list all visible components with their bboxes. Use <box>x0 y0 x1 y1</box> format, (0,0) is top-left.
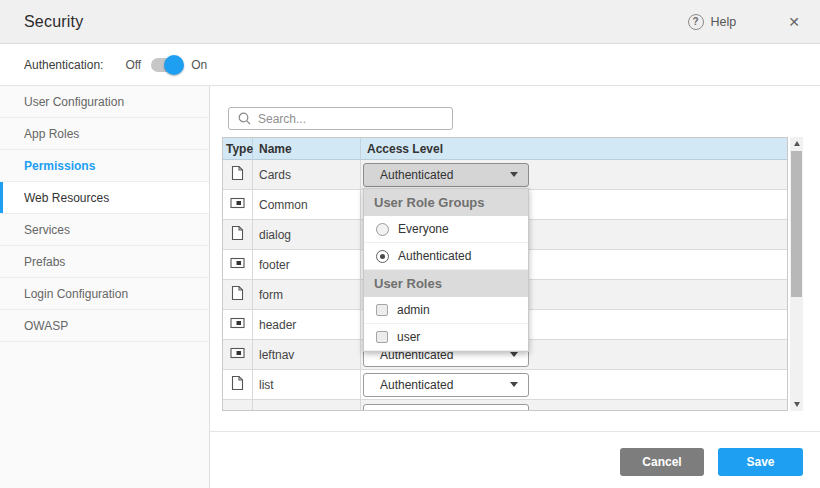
page-icon <box>231 375 244 394</box>
partial-icon <box>230 257 245 272</box>
dropdown-section-user-role-groups: User Role Groups <box>364 189 528 216</box>
search-input[interactable] <box>258 108 452 129</box>
sidebar-item-login-configuration[interactable]: Login Configuration <box>0 278 209 310</box>
scroll-down-icon[interactable] <box>790 398 803 411</box>
close-icon[interactable]: ✕ <box>788 14 800 30</box>
table-row-list: listAuthenticated <box>223 370 787 400</box>
radio-selected-icon[interactable] <box>376 250 389 263</box>
radio-icon[interactable] <box>376 223 389 236</box>
search-box <box>228 107 453 130</box>
authentication-label: Authentication: <box>24 58 103 72</box>
table-header: Type Name Access Level <box>223 138 787 160</box>
chevron-down-icon <box>510 352 518 357</box>
scrollbar-thumb[interactable] <box>791 151 802 297</box>
main-panel: Type Name Access Level CardsAuthenticate… <box>210 86 820 488</box>
option-label: Everyone <box>398 222 449 236</box>
resource-name: leftnav <box>253 340 361 369</box>
access-level-dropdown-panel: User Role Groups EveryoneAuthenticated U… <box>363 188 529 352</box>
toggle-on-label: On <box>191 58 207 72</box>
sidebar-item-permissions[interactable]: Permissions <box>0 150 209 182</box>
option-label: admin <box>397 303 430 317</box>
checkbox-icon[interactable] <box>376 304 388 316</box>
page-icon <box>231 165 244 184</box>
partial-icon <box>230 347 245 362</box>
resource-name: Cards <box>253 160 361 189</box>
authentication-toggle[interactable] <box>151 58 181 72</box>
resource-name: form <box>253 280 361 309</box>
help-label: Help <box>711 15 737 29</box>
page-title: Security <box>24 13 83 31</box>
dropdown-section-user-roles: User Roles <box>364 270 528 297</box>
help-button[interactable]: ? Help <box>688 14 765 30</box>
chevron-down-icon <box>510 172 518 177</box>
access-level-select[interactable]: Authenticated <box>363 373 529 397</box>
option-label: Authenticated <box>398 249 471 263</box>
sidebar-item-services[interactable]: Services <box>0 214 209 246</box>
table-row-cards: CardsAuthenticated <box>223 160 787 190</box>
authentication-row: Authentication: Off On <box>0 44 820 86</box>
access-level-value: Authenticated <box>380 168 510 182</box>
footer: Cancel Save <box>210 448 820 476</box>
dropdown-option-everyone[interactable]: Everyone <box>364 216 528 243</box>
security-dialog: Security ? Help ✕ Authentication: Off On… <box>0 0 820 488</box>
resource-name: footer <box>253 250 361 279</box>
resource-name: list <box>253 370 361 399</box>
col-header-name: Name <box>253 138 361 159</box>
partial-icon <box>230 197 245 212</box>
cancel-button[interactable]: Cancel <box>620 448 704 476</box>
save-button[interactable]: Save <box>718 448 803 476</box>
sidebar-item-prefabs[interactable]: Prefabs <box>0 246 209 278</box>
table-scrollbar[interactable] <box>790 137 803 411</box>
option-label: user <box>397 330 420 344</box>
sidebar-item-app-roles[interactable]: App Roles <box>0 118 209 150</box>
resource-name: header <box>253 310 361 339</box>
resources-table: Type Name Access Level CardsAuthenticate… <box>222 137 788 411</box>
access-level-value: Authenticated <box>380 378 510 392</box>
partial-icon <box>230 317 245 332</box>
page-icon <box>231 225 244 244</box>
toggle-off-label: Off <box>125 58 141 72</box>
access-level-select[interactable] <box>363 404 529 411</box>
sidebar: User ConfigurationApp RolesPermissionsWe… <box>0 86 210 488</box>
dropdown-option-admin[interactable]: admin <box>364 297 528 324</box>
resource-name: Common <box>253 190 361 219</box>
col-header-type: Type <box>223 138 253 159</box>
resource-name <box>253 400 361 411</box>
search-icon <box>238 112 251 125</box>
footer-divider <box>210 431 820 432</box>
resource-name: dialog <box>253 220 361 249</box>
help-icon: ? <box>688 14 704 30</box>
access-level-select[interactable]: Authenticated <box>363 163 529 187</box>
titlebar: Security ? Help ✕ <box>0 0 820 44</box>
page-icon <box>231 285 244 304</box>
sidebar-item-web-resources[interactable]: Web Resources <box>0 182 209 214</box>
scroll-up-icon[interactable] <box>790 137 803 150</box>
dropdown-option-user[interactable]: user <box>364 324 528 351</box>
table-row-clipped <box>223 400 787 411</box>
dropdown-option-authenticated[interactable]: Authenticated <box>364 243 528 270</box>
sidebar-item-owasp[interactable]: OWASP <box>0 310 209 342</box>
chevron-down-icon <box>510 382 518 387</box>
col-header-access-level: Access Level <box>361 138 787 159</box>
sidebar-item-user-configuration[interactable]: User Configuration <box>0 86 209 118</box>
checkbox-icon[interactable] <box>376 331 388 343</box>
